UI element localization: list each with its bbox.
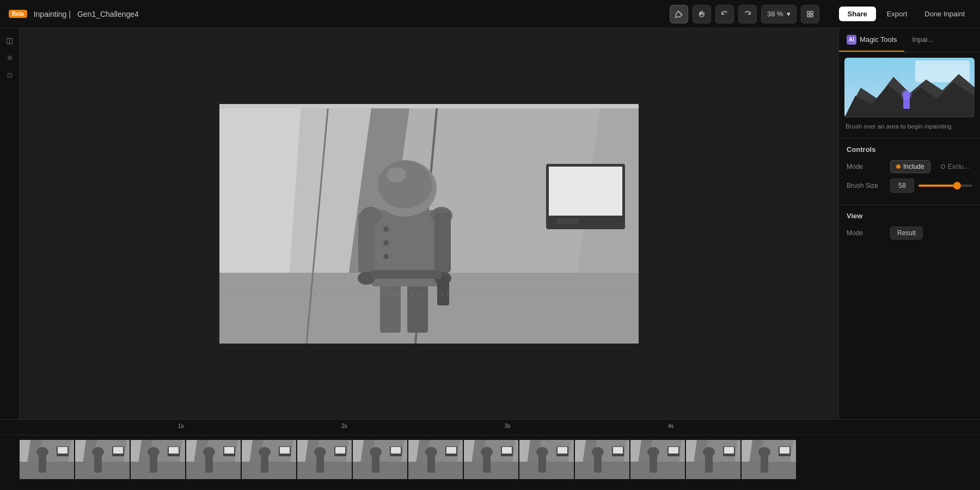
brush-size-label: Brush Size xyxy=(847,182,886,189)
timeline-frames[interactable] xyxy=(0,435,980,490)
timeline-frame[interactable] xyxy=(75,440,130,479)
hand-tool-button[interactable] xyxy=(693,5,711,23)
controls-title: Controls xyxy=(847,145,972,154)
beta-badge: Beta xyxy=(9,10,27,18)
canvas-image[interactable] xyxy=(219,104,639,344)
ruler-marker-3s: 3s xyxy=(505,423,511,429)
svg-rect-163 xyxy=(669,447,678,454)
brush-size-input[interactable] xyxy=(890,179,914,193)
sidebar-item-3[interactable]: ⊡ xyxy=(2,68,17,83)
svg-rect-123 xyxy=(446,447,456,454)
timeline-frame[interactable] xyxy=(464,440,518,479)
svg-point-161 xyxy=(647,447,659,457)
svg-point-141 xyxy=(536,447,548,457)
timeline-frame[interactable] xyxy=(742,440,796,479)
brush-slider-thumb xyxy=(953,182,961,189)
svg-point-26 xyxy=(378,161,432,209)
view-mode-row: Mode Result xyxy=(847,226,972,240)
timeline-frame[interactable] xyxy=(630,440,685,479)
right-panel: Ai Magic Tools Inpai... xyxy=(838,28,980,419)
timeline-frame[interactable] xyxy=(186,440,241,479)
ruler-marker-4s: 4s xyxy=(668,423,674,429)
svg-rect-179 xyxy=(742,462,796,479)
svg-rect-20 xyxy=(434,213,451,273)
zoom-dropdown[interactable]: 38 % ▾ xyxy=(761,5,797,23)
svg-rect-149 xyxy=(575,462,629,479)
svg-point-131 xyxy=(481,447,493,457)
svg-rect-170 xyxy=(705,455,713,473)
svg-rect-143 xyxy=(558,447,567,454)
brush-tool-button[interactable] xyxy=(670,5,688,23)
svg-rect-69 xyxy=(131,462,185,479)
svg-rect-139 xyxy=(519,462,574,479)
zoom-dropdown-icon: ▾ xyxy=(787,10,791,18)
bottom-area: · · · 1s · · 2s · · 3s · · 4s · · · · xyxy=(0,419,980,490)
svg-rect-119 xyxy=(408,462,463,479)
svg-rect-79 xyxy=(186,462,241,479)
tab-magic-tools-label: Magic Tools xyxy=(860,35,897,44)
brush-size-slider[interactable] xyxy=(918,185,972,187)
svg-rect-160 xyxy=(650,455,657,473)
timeline-frame[interactable] xyxy=(131,440,185,479)
timeline-frame[interactable] xyxy=(686,440,740,479)
fit-button[interactable] xyxy=(801,5,819,23)
exclude-mode-button[interactable]: Exclu... xyxy=(935,160,975,173)
canvas-wrapper xyxy=(219,104,639,344)
svg-point-81 xyxy=(203,447,215,457)
tab-magic-tools[interactable]: Ai Magic Tools xyxy=(839,28,904,52)
timeline-frame[interactable] xyxy=(242,440,296,479)
svg-rect-173 xyxy=(724,447,734,454)
view-title: View xyxy=(847,212,972,220)
svg-rect-31 xyxy=(371,270,442,279)
svg-point-71 xyxy=(148,447,160,457)
svg-rect-183 xyxy=(780,447,789,454)
svg-rect-70 xyxy=(150,455,157,473)
timeline-frame[interactable] xyxy=(575,440,629,479)
timeline-frame[interactable] xyxy=(297,440,352,479)
exclude-mode-label: Exclu... xyxy=(948,163,969,170)
svg-point-29 xyxy=(383,240,389,246)
svg-point-111 xyxy=(370,447,382,457)
preview-hint: Brush over an area to begin inpainting. xyxy=(844,118,975,133)
view-section: View Mode Result xyxy=(839,205,980,252)
svg-point-181 xyxy=(758,447,770,457)
share-button[interactable]: Share xyxy=(839,7,876,21)
timeline-frame[interactable] xyxy=(20,440,74,479)
svg-rect-140 xyxy=(538,455,546,473)
svg-rect-113 xyxy=(391,447,401,454)
timeline-frame[interactable] xyxy=(353,440,407,479)
svg-rect-133 xyxy=(502,447,512,454)
svg-rect-63 xyxy=(113,447,123,454)
sidebar-item-2[interactable]: ⊕ xyxy=(2,50,17,65)
panel-tabs: Ai Magic Tools Inpai... xyxy=(839,28,980,52)
svg-rect-60 xyxy=(94,455,102,473)
ruler-track: · · · 1s · · 2s · · 3s · · 4s · · · · xyxy=(20,420,980,434)
svg-rect-50 xyxy=(39,455,46,473)
undo-button[interactable] xyxy=(715,5,734,23)
topbar: Beta Inpainting | Gen1_Challenge4 xyxy=(0,0,980,28)
main-layout: ◫ ⊕ ⊡ xyxy=(0,28,980,419)
export-button[interactable]: Export xyxy=(880,7,914,21)
zoom-value: 38 % xyxy=(767,10,783,18)
tab-inpaint[interactable]: Inpai... xyxy=(904,28,941,52)
preview-area: Brush over an area to begin inpainting. xyxy=(839,52,980,139)
svg-rect-129 xyxy=(464,462,518,479)
result-button[interactable]: Result xyxy=(890,226,923,240)
svg-rect-90 xyxy=(261,455,268,473)
preview-thumbnail xyxy=(844,58,975,118)
svg-rect-169 xyxy=(686,462,740,479)
canvas-area[interactable] xyxy=(20,28,838,419)
view-mode-label: Mode xyxy=(847,229,886,237)
redo-button[interactable] xyxy=(738,5,757,23)
svg-rect-80 xyxy=(205,455,213,473)
svg-point-51 xyxy=(36,447,48,457)
svg-rect-109 xyxy=(353,462,407,479)
ruler-marker-1s: 1s xyxy=(178,423,184,429)
svg-point-43 xyxy=(901,89,912,100)
done-inpaint-button[interactable]: Done Inpaint xyxy=(918,7,971,21)
timeline-frame[interactable] xyxy=(408,440,463,479)
include-mode-button[interactable]: Include xyxy=(890,160,930,173)
sidebar-item-1[interactable]: ◫ xyxy=(2,33,17,48)
timeline-frame[interactable] xyxy=(519,440,574,479)
include-mode-label: Include xyxy=(903,163,924,170)
